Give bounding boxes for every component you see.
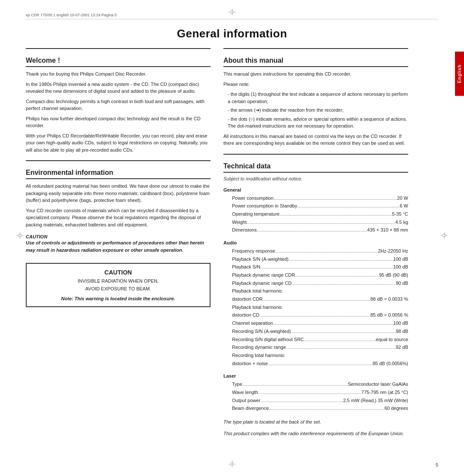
crosshair-right	[441, 232, 448, 239]
tech-row-pb-dr-cdr: Playback dynamic range CDR 95 dB (90 dB)	[223, 271, 408, 279]
tech-row-dim: Dimensions 435 × 310 × 88 mm	[223, 226, 408, 234]
welcome-p3: Compact-disc technology permits a high c…	[26, 98, 211, 112]
tech-cat-general: General	[223, 187, 408, 192]
crosshair-left	[16, 232, 23, 239]
about-section: About this manual This manual gives inst…	[223, 48, 408, 147]
crosshair-bottom	[229, 461, 235, 467]
header-text: xp CDR 775/00.1 english 10-07-2001 13:19…	[26, 13, 117, 17]
caution-box-line1: INVISIBLE RADIATION WHEN OPEN.	[35, 278, 201, 285]
about-p1: This manual gives instructions for opera…	[223, 70, 408, 78]
tech-row-rec-sn-a: Recording S/N (A-weighted) 98 dB	[223, 327, 408, 336]
tech-row-pb-sn: Playback S/N 100 dB	[223, 263, 408, 271]
about-bullet1: - the digits (1) throughout the text ind…	[223, 91, 408, 105]
welcome-p5: With your Philips CD Recordable/ReWritab…	[26, 132, 211, 154]
tech-row-freq: Frequency response 2Hz-22050 Hz	[223, 247, 408, 255]
english-tab: English	[455, 52, 464, 96]
welcome-p1: Thank you for buying this Philips Compac…	[26, 70, 211, 78]
tech-row-dist-noise: distortion + noise 85 dB (0.0056%)	[223, 360, 408, 368]
tech-cat-laser: Laser	[223, 373, 408, 378]
left-column: Welcome ! Thank you for buying this Phil…	[26, 48, 211, 440]
footnote-1: The type plate is located at the back of…	[223, 418, 408, 426]
tech-rec-thd-label: Recording total harmonic	[223, 351, 408, 360]
tech-row-rec-digital: Recording S/N digital without SRC equal …	[223, 336, 408, 344]
about-p2: Please note:	[223, 81, 408, 88]
caution-box-line2: AVOID EXPOSURE TO BEAM.	[35, 285, 201, 293]
tech-row-beam: Beam divergence 60 degrees	[223, 404, 408, 412]
caution-box: CAUTION INVISIBLE RADIATION WHEN OPEN. A…	[26, 263, 211, 307]
tech-pb-thd-label1: Playback total harmonic	[223, 287, 408, 295]
technical-subtitle: Subject to modification without notice.	[223, 176, 408, 181]
environmental-section: Environmental information All redundant …	[26, 160, 211, 228]
main-content: Welcome ! Thank you for buying this Phil…	[26, 48, 438, 440]
about-bullet2: - the arrows (➜) indicate the reaction f…	[223, 107, 408, 114]
page-number: 5	[436, 462, 438, 467]
environmental-title: Environmental information	[26, 169, 211, 179]
tech-row-output: Output power 2.5 mW (Read,) 35 mW (Write…	[223, 397, 408, 405]
environmental-p2: Your CD recorder consists of materials w…	[26, 207, 211, 229]
about-closing: All instructions in this manual are base…	[223, 133, 408, 147]
caution-box-note: Note: This warning is located inside the…	[35, 296, 201, 301]
tech-row-channel: Channel separation 100 dB	[223, 319, 408, 327]
caution-italic-section: CAUTION Use of controls or adjustments o…	[26, 234, 211, 253]
tech-row-rec-dr: Recording dynamic range 92 dB	[223, 343, 408, 351]
tech-row-dist-cdr: distortion CDR 88 dB = 0.0033 %	[223, 295, 408, 303]
tech-cat-audio: Audio	[223, 240, 408, 245]
tech-row-pb-dr-cd: Playback dynamic range CD 90 dB	[223, 279, 408, 287]
tech-pb-thd-label2: Playback total harmonic	[223, 303, 408, 311]
tech-row-pb-sn-a: Playback S/N (A-weighted) 100 dB	[223, 255, 408, 263]
welcome-p2: In the 1980s Philips invented a new audi…	[26, 81, 211, 95]
caution-box-title: CAUTION	[35, 269, 201, 276]
about-bullet3: - the dots (○) indicate remarks, advice …	[223, 116, 408, 130]
tech-row-power: Power consumption 20 W	[223, 194, 408, 202]
about-title: About this manual	[223, 57, 408, 67]
tech-row-laser-type: Type Semiconductor laser GaAlAs	[223, 380, 408, 388]
tech-row-standby: Power consumption in Standby 6 W	[223, 202, 408, 210]
footnote-2: This product complies with the radio int…	[223, 430, 408, 437]
right-column: About this manual This manual gives inst…	[223, 48, 408, 440]
crosshair-top	[229, 9, 235, 15]
technical-section: Technical data Subject to modification w…	[223, 154, 408, 437]
page: xp CDR 775/00.1 english 10-07-2001 13:19…	[0, 0, 464, 476]
welcome-title: Welcome !	[26, 57, 211, 67]
caution-italic-label: CAUTION	[26, 234, 211, 239]
welcome-p4: Philips has now further developed compac…	[26, 115, 211, 129]
caution-italic-text: Use of controls or adjustments or perfor…	[26, 239, 211, 253]
tech-row-temp: Operating temperature 5-35 °C	[223, 210, 408, 218]
tech-row-weight: Weight 4.5 kg	[223, 218, 408, 226]
tech-row-wavelength: Wave length 775-795 nm (at 25 °C)	[223, 388, 408, 397]
welcome-section: Welcome ! Thank you for buying this Phil…	[26, 48, 211, 153]
tech-row-dist-cd: distortion CD 85 dB = 0.0056 %	[223, 311, 408, 319]
environmental-p1: All redundant packing material has been …	[26, 183, 211, 204]
page-title: General information	[26, 27, 438, 40]
technical-title: Technical data	[223, 162, 408, 173]
